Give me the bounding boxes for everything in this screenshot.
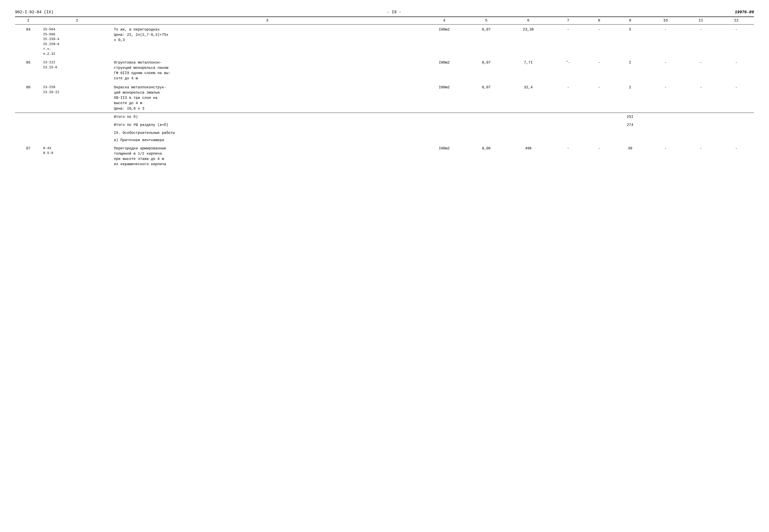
section-empty: [586, 129, 612, 136]
section-empty: [466, 136, 506, 143]
row-num: 87: [15, 143, 42, 168]
section-empty: [422, 129, 467, 136]
col-header-11: II: [683, 17, 718, 25]
row-col10: -: [648, 58, 683, 82]
totals-empty: [42, 113, 112, 121]
section-empty: [612, 136, 648, 143]
section-empty: [506, 136, 550, 143]
totals-empty: [683, 113, 718, 121]
totals-empty: [42, 121, 112, 129]
col-header-4: 4: [422, 17, 467, 25]
table-row: 86 I3-I59 I3.I8-I2 Окраска металлоконстр…: [15, 82, 754, 113]
section-empty: [506, 129, 550, 136]
row-col12: -: [719, 143, 754, 168]
row-col9: I: [612, 58, 648, 82]
row-unit: I00м2: [422, 143, 467, 168]
row-unit: I00м2: [422, 58, 467, 82]
totals-empty: [550, 113, 586, 121]
totals-empty: [15, 121, 42, 129]
col-header-12: I2: [719, 17, 754, 25]
row-col6: 496: [506, 143, 550, 168]
section-empty: [648, 136, 683, 143]
section-empty: [719, 129, 754, 136]
section-empty: [15, 136, 42, 143]
col-header-6: 6: [506, 17, 550, 25]
row-col5: 0,07: [466, 25, 506, 58]
totals-empty: [422, 113, 467, 121]
row-code: 8-43 8.5-8: [42, 143, 112, 168]
col-header-2: 2: [42, 17, 112, 25]
totals-description: Итого по б): [112, 113, 422, 121]
section-empty: [719, 136, 754, 143]
col-header-5: 5: [466, 17, 506, 25]
col-header-10: IO: [648, 17, 683, 25]
row-description: Огрунтовка металлокон- струкций монорель…: [112, 58, 422, 82]
col-header-7: 7: [550, 17, 586, 25]
totals-empty: [15, 113, 42, 121]
totals-empty: [422, 121, 467, 129]
totals-empty: [719, 113, 754, 121]
section-empty: [42, 136, 112, 143]
row-col8: -: [586, 82, 612, 113]
totals-col9: 274: [612, 121, 648, 129]
totals-empty: [550, 121, 586, 129]
row-col6: 23,38: [506, 25, 550, 58]
section-empty: [466, 129, 506, 136]
totals-empty: [506, 121, 550, 129]
page-header: 902-I-92-84 (IX) - I9 - 19976-09: [15, 10, 754, 15]
row-col10: -: [648, 143, 683, 168]
row-col9: 2: [612, 82, 648, 113]
section-empty: [683, 136, 718, 143]
main-table: I 2 3 4 5 6 7 8 9 IO II I2 84 I5-564 I5-…: [15, 17, 754, 168]
totals-empty: [466, 113, 506, 121]
row-col11: -: [683, 143, 718, 168]
row-col9: 30: [612, 143, 648, 168]
row-num: 85: [15, 58, 42, 82]
totals-empty: [586, 113, 612, 121]
row-col8: -: [586, 143, 612, 168]
row-code: I3-I59 I3.I8-I2: [42, 82, 112, 113]
row-col7: ʻ-: [550, 58, 586, 82]
row-col8: -: [586, 25, 612, 58]
row-unit: I00м2: [422, 82, 467, 113]
row-col6: 7,7I: [506, 58, 550, 82]
row-col12: -: [719, 25, 754, 58]
row-code: I5-564 I5-566 I5.I59-4 I5.I59-6 т.ч. п.2…: [42, 25, 112, 58]
row-num: 84: [15, 25, 42, 58]
row-col11: -: [683, 82, 718, 113]
table-header-row: I 2 3 4 5 6 7 8 9 IO II I2: [15, 17, 754, 25]
totals-empty: [648, 121, 683, 129]
totals-empty: [648, 113, 683, 121]
row-col10: -: [648, 82, 683, 113]
section-empty: [15, 129, 42, 136]
totals-col9: 25I: [612, 113, 648, 121]
table-row: а) Приточная венткамера: [15, 136, 754, 143]
section-empty: [550, 129, 586, 136]
col-header-3: 3: [112, 17, 422, 25]
row-description: Окраска металлоконструк- ций монорельса …: [112, 82, 422, 113]
row-code: I3-I2I I3.I5-6: [42, 58, 112, 82]
section-empty: [550, 136, 586, 143]
table-row: 87 8-43 8.5-8 Перегородки армированные т…: [15, 143, 754, 168]
row-col9: 5: [612, 25, 648, 58]
row-col11: -: [683, 25, 718, 58]
doc-code: 19976-09: [735, 10, 754, 15]
row-col7: -: [550, 82, 586, 113]
row-col5: 0,07: [466, 82, 506, 113]
row-col5: 0,07: [466, 58, 506, 82]
col-header-8: 8: [586, 17, 612, 25]
col-header-9: 9: [612, 17, 648, 25]
row-description: Перегородки армированные толщиной в 1/2 …: [112, 143, 422, 168]
table-row: Итого по УШ разделу (а+б) 274: [15, 121, 754, 129]
section-description: а) Приточная венткамера: [112, 136, 422, 143]
row-description: То же, в перегородках Цена: 2I, 2x(2,7-0…: [112, 25, 422, 58]
row-col11: -: [683, 58, 718, 82]
totals-empty: [683, 121, 718, 129]
row-col8: -: [586, 58, 612, 82]
table-row: 85 I3-I2I I3.I5-6 Огрунтовка металлокон-…: [15, 58, 754, 82]
row-col12: -: [719, 82, 754, 113]
table-row: IX. Особостроительные работы: [15, 129, 754, 136]
row-num: 86: [15, 82, 42, 113]
doc-number: 902-I-92-84 (IX): [15, 10, 54, 15]
section-description: IX. Особостроительные работы: [112, 129, 422, 136]
